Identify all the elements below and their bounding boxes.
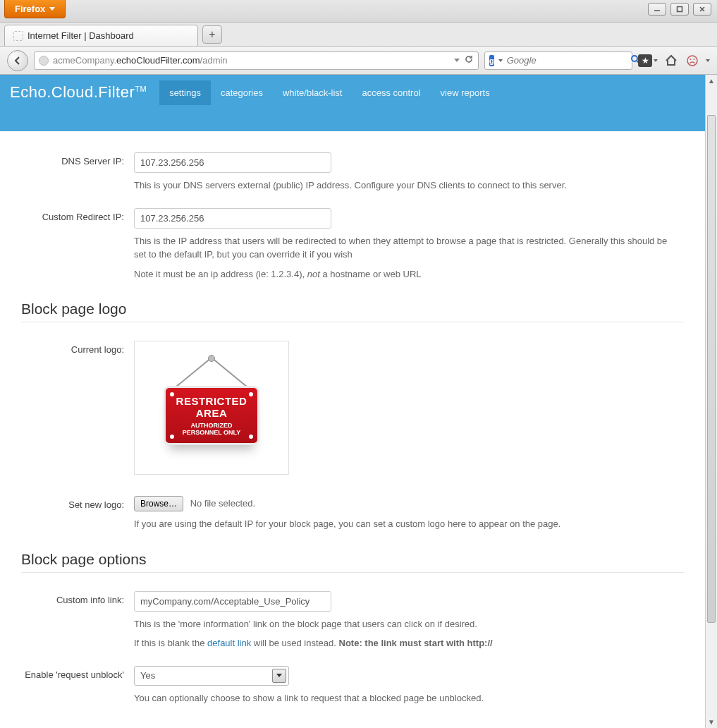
search-input[interactable]	[507, 55, 626, 66]
feedback-icon[interactable]	[685, 53, 700, 68]
custom-redirect-ip-label: Custom Redirect IP:	[21, 208, 134, 281]
back-button[interactable]	[7, 50, 28, 71]
enable-request-unblock-label: Enable 'request unblock'	[21, 666, 134, 705]
tab-title: Internet Filter | Dashboard	[27, 30, 134, 41]
maximize-button[interactable]	[670, 3, 689, 16]
nav-categories[interactable]: categories	[211, 80, 273, 105]
custom-info-link-label: Custom info link:	[21, 591, 134, 650]
scrollbar-track[interactable]	[706, 87, 717, 716]
scroll-up-button[interactable]: ▲	[706, 75, 717, 87]
section-block-page-options: Block page options	[21, 551, 684, 573]
nav-settings[interactable]: settings	[159, 80, 211, 105]
chevron-down-icon[interactable]	[454, 59, 460, 62]
globe-icon	[39, 56, 49, 66]
dns-server-ip-input[interactable]	[134, 152, 331, 173]
pushpin-icon	[208, 355, 215, 362]
app-nav: settings categories white/black-list acc…	[159, 80, 500, 105]
redirect-help-2: Note it must be an ip address (ie: 1.2.3…	[134, 267, 677, 281]
url-bar[interactable]: acmeCompany.echoCloudFilter.com/admin	[34, 51, 479, 70]
svg-point-7	[690, 59, 692, 60]
url-text: acmeCompany.echoCloudFilter.com/admin	[53, 55, 450, 66]
current-logo-preview: RESTRICTED AREA AUTHORIZED PERSONNEL ONL…	[134, 341, 289, 475]
current-logo-label: Current logo:	[21, 341, 134, 475]
svg-point-4	[632, 56, 637, 61]
scroll-down-button[interactable]: ▼	[706, 716, 717, 728]
chevron-down-icon[interactable]	[498, 59, 503, 62]
firefox-menu-button[interactable]: Firefox	[4, 0, 66, 18]
page-content: DNS Server IP: This is your DNS servers …	[0, 131, 705, 724]
reload-button[interactable]	[464, 54, 474, 66]
custom-redirect-ip-input[interactable]	[134, 208, 331, 229]
nav-access-control[interactable]: access control	[352, 80, 430, 105]
redirect-help-1: This is the IP address that users will b…	[134, 234, 677, 262]
brand: Echo.Cloud.FilterTM	[10, 83, 147, 102]
home-icon[interactable]	[663, 53, 679, 68]
info-help-1: This is the 'more information' link on t…	[134, 617, 677, 631]
custom-info-link-input[interactable]	[134, 591, 331, 612]
search-bar[interactable]: g	[484, 51, 632, 70]
bookmark-star-icon[interactable]: ★	[638, 54, 652, 67]
favicon-icon	[13, 31, 23, 41]
firefox-menu-label: Firefox	[15, 4, 45, 14]
new-tab-button[interactable]: +	[202, 25, 222, 44]
chevron-down-icon[interactable]	[654, 59, 658, 62]
chevron-down-icon	[49, 7, 55, 11]
svg-point-8	[694, 59, 695, 60]
browse-button[interactable]: Browse…	[134, 496, 183, 511]
set-logo-help: If you are using the default IP for your…	[134, 517, 677, 531]
select-value: Yes	[140, 670, 155, 681]
tab-strip: Internet Filter | Dashboard +	[0, 23, 717, 47]
scrollbar-thumb[interactable]	[707, 115, 716, 623]
google-icon: g	[489, 55, 494, 66]
svg-rect-1	[678, 7, 682, 12]
close-button[interactable]	[693, 3, 711, 16]
chevron-down-icon	[272, 669, 286, 683]
unblock-help: You can optionally choose to show a link…	[134, 691, 677, 705]
set-new-logo-label: Set new logo:	[21, 496, 134, 531]
dns-help-text: This is your DNS servers external (publi…	[134, 178, 677, 193]
svg-point-6	[687, 56, 697, 66]
app-header: Echo.Cloud.FilterTM settings categories …	[0, 75, 705, 131]
nav-white-black-list[interactable]: white/black-list	[273, 80, 353, 105]
nav-toolbar: acmeCompany.echoCloudFilter.com/admin g …	[0, 47, 717, 75]
info-help-2: If this is blank the default link will b…	[134, 636, 677, 650]
vertical-scrollbar[interactable]: ▲ ▼	[705, 75, 717, 728]
file-status: No file selected.	[190, 498, 256, 509]
default-link[interactable]: default link	[207, 638, 251, 648]
page-viewport: Echo.Cloud.FilterTM settings categories …	[0, 75, 705, 728]
window-titlebar: Firefox	[0, 0, 717, 23]
restricted-sign-icon: RESTRICTED AREA AUTHORIZED PERSONNEL ONL…	[164, 386, 259, 445]
minimize-button[interactable]	[648, 3, 666, 16]
section-block-page-logo: Block page logo	[21, 301, 684, 322]
enable-request-unblock-select[interactable]: Yes	[134, 666, 289, 686]
window-controls	[642, 0, 717, 18]
dns-server-ip-label: DNS Server IP:	[21, 152, 134, 193]
browser-tab[interactable]: Internet Filter | Dashboard	[4, 25, 198, 46]
chevron-down-icon[interactable]	[706, 59, 710, 62]
nav-view-reports[interactable]: view reports	[431, 80, 500, 105]
